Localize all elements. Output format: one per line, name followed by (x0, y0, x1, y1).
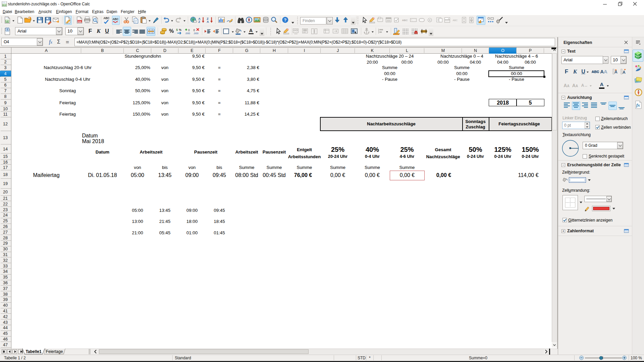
svg-text:%: % (179, 28, 182, 32)
svg-text:ABC: ABC (112, 17, 118, 21)
svg-text:.000: .000 (193, 32, 199, 35)
svg-text:ABC: ABC (402, 19, 408, 22)
svg-text:PDF: PDF (78, 20, 82, 22)
svg-text:0: 0 (188, 28, 190, 32)
svg-text:ABC: ABC (452, 19, 458, 22)
svg-text:$: $ (176, 28, 178, 32)
svg-text:Z: Z (207, 17, 209, 20)
svg-text:A: A (623, 70, 626, 75)
svg-text:fx: fx (636, 103, 640, 108)
svg-text:A: A (207, 20, 209, 23)
svg-text:ABC: ABC (103, 16, 109, 20)
svg-text:*.: *. (411, 19, 413, 21)
svg-text:N: N (638, 89, 639, 92)
svg-text:A: A (198, 17, 201, 20)
svg-text:?: ? (284, 17, 286, 22)
svg-text:0: 0 (193, 28, 195, 32)
svg-text:.000: .000 (185, 32, 190, 35)
svg-text:Z: Z (198, 20, 200, 23)
svg-text:A: A (614, 70, 618, 74)
